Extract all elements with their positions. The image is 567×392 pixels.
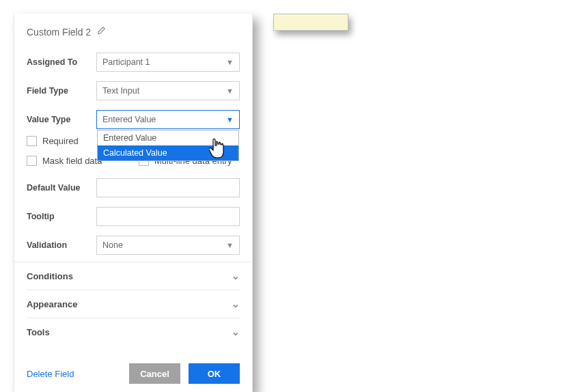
field-properties-panel: Custom Field 2 Assigned To Participant 1… [14,14,253,392]
form-field-preview[interactable] [273,14,348,31]
value-type-value: Entered Value [102,115,156,124]
field-type-value: Text Input [102,86,139,96]
default-value-label: Default Value [27,183,96,193]
field-type-label: Field Type [27,86,96,96]
assigned-to-value: Participant 1 [102,57,150,67]
value-type-select[interactable]: Entered Value ▼ Entered Value Calculated… [96,110,240,129]
chevron-down-icon: ▼ [226,241,234,249]
default-value-input[interactable] [96,178,240,197]
assigned-to-label: Assigned To [27,57,96,67]
chevron-down-icon: ⌄ [232,270,240,281]
cancel-button[interactable]: Cancel [129,363,180,384]
chevron-down-icon: ⌄ [232,326,240,337]
field-type-select[interactable]: Text Input ▼ [96,81,240,100]
validation-value: None [102,240,123,250]
tools-label: Tools [27,327,50,337]
mask-field-data-checkbox[interactable] [27,156,37,166]
tooltip-input[interactable] [96,207,240,226]
conditions-expander[interactable]: Conditions ⌄ [27,262,240,290]
value-type-label: Value Type [27,115,96,124]
tooltip-label: Tooltip [27,212,96,221]
ok-button[interactable]: OK [189,363,240,384]
validation-label: Validation [27,240,96,250]
chevron-down-icon: ▼ [226,115,234,124]
appearance-expander[interactable]: Appearance ⌄ [27,290,240,318]
required-label: Required [42,136,79,146]
tools-expander[interactable]: Tools ⌄ [27,318,240,346]
appearance-label: Appearance [27,299,77,309]
value-type-option-calculated[interactable]: Calculated Value [98,145,238,160]
value-type-dropdown: Entered Value Calculated Value [97,130,239,161]
chevron-down-icon: ▼ [226,58,234,66]
chevron-down-icon: ▼ [226,87,234,95]
chevron-down-icon: ⌄ [232,298,240,309]
value-type-option-entered[interactable]: Entered Value [98,130,238,145]
delete-field-link[interactable]: Delete Field [27,369,74,379]
validation-select[interactable]: None ▼ [96,236,240,255]
assigned-to-select[interactable]: Participant 1 ▼ [96,53,240,72]
conditions-label: Conditions [27,271,73,281]
panel-title: Custom Field 2 [27,27,91,38]
mask-field-data-label: Mask field data [42,156,102,166]
required-checkbox[interactable] [27,136,37,146]
edit-title-icon[interactable] [96,26,106,38]
